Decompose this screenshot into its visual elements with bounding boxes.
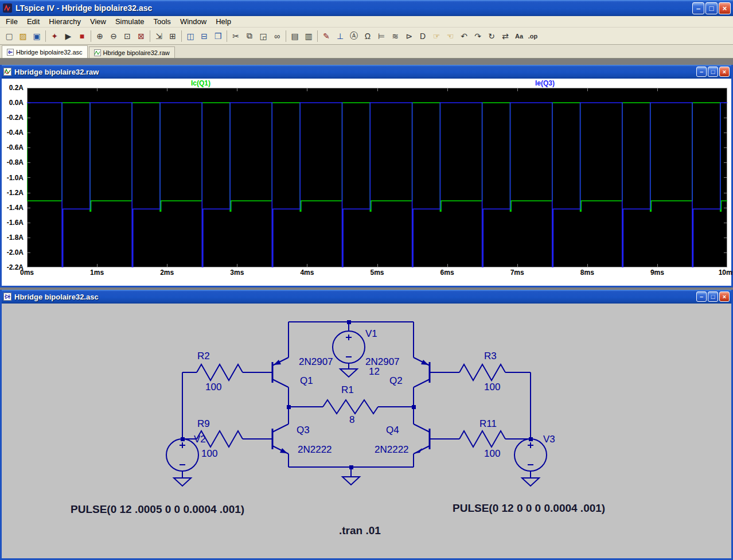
- app-titlebar[interactable]: LTspice IV - Hbridge bipolaire32.asc – □…: [0, 0, 733, 16]
- zoom-full-extents-button[interactable]: ⊠: [134, 29, 148, 42]
- close-button[interactable]: ×: [719, 2, 731, 14]
- label-net-button[interactable]: Ⓐ: [347, 29, 361, 42]
- tile-vertical-button[interactable]: ◫: [184, 29, 197, 42]
- place-ground-button[interactable]: ⊥: [333, 29, 347, 42]
- label-q3[interactable]: Q3: [297, 425, 310, 435]
- place-diode-button[interactable]: ⊳: [402, 29, 416, 42]
- schematic-close-button[interactable]: ×: [719, 291, 730, 302]
- waveform-minimize-button[interactable]: –: [696, 67, 707, 77]
- value-v1[interactable]: 12: [369, 366, 380, 377]
- ground-symbol-v1[interactable]: [340, 369, 357, 377]
- value-r9[interactable]: 100: [201, 448, 217, 459]
- place-resistor-button[interactable]: Ω: [361, 29, 375, 42]
- value-r11[interactable]: 100: [484, 448, 500, 459]
- run-button[interactable]: ▶: [61, 29, 75, 42]
- spice-directive-text[interactable]: .tran .01: [339, 524, 381, 536]
- label-r3[interactable]: R3: [484, 351, 497, 361]
- schematic-minimize-button[interactable]: –: [696, 291, 707, 302]
- zoom-in-button[interactable]: ⊕: [93, 29, 107, 42]
- copy-button[interactable]: ⧉: [243, 29, 256, 42]
- ground-symbol-v2[interactable]: [174, 478, 191, 486]
- place-capacitor-button[interactable]: ⊨: [375, 29, 388, 42]
- label-r1[interactable]: R1: [341, 384, 354, 395]
- label-q4[interactable]: Q4: [386, 425, 399, 435]
- redo-button[interactable]: ↷: [471, 29, 485, 42]
- drag-button[interactable]: ☜: [443, 29, 457, 42]
- zoom-area-button[interactable]: ⊡: [120, 29, 134, 42]
- label-r11[interactable]: R11: [479, 418, 497, 429]
- move-button[interactable]: ☞: [430, 29, 443, 42]
- label-r9[interactable]: R9: [197, 418, 210, 429]
- schematic-canvas[interactable]: V1 12 2N2907 Q1 2N2907 Q2 R1 8 R2 100 R3…: [2, 305, 731, 557]
- value-r3[interactable]: 100: [484, 382, 500, 392]
- label-q1[interactable]: Q1: [300, 375, 313, 386]
- menu-help[interactable]: Help: [211, 17, 236, 26]
- ground-symbol-center[interactable]: [342, 477, 360, 485]
- model-q3[interactable]: 2N2222: [298, 444, 332, 455]
- halt-button[interactable]: ■: [75, 29, 89, 42]
- label-v1[interactable]: V1: [365, 328, 377, 339]
- tile-horizontal-button[interactable]: ⊟: [197, 29, 211, 42]
- tab-hbridge-bipolaire32-asc[interactable]: Hbridge bipolaire32.asc: [2, 45, 88, 58]
- resistor-r11[interactable]: [459, 431, 505, 447]
- cascade-windows-button[interactable]: ❒: [211, 29, 225, 42]
- place-inductor-button[interactable]: ≋: [388, 29, 402, 42]
- grid-button[interactable]: ⊞: [166, 29, 180, 42]
- minimize-button[interactable]: –: [692, 2, 704, 14]
- waveform-close-button[interactable]: ×: [719, 67, 730, 77]
- paste-button[interactable]: ◲: [256, 29, 270, 42]
- menu-edit[interactable]: Edit: [22, 17, 44, 26]
- tab-hbridge-bipolaire32-raw[interactable]: Hbridge bipolaire32.raw: [89, 46, 175, 58]
- value-v2-pulse[interactable]: PULSE(0 12 .0005 0 0 0.0004 .001): [71, 503, 244, 515]
- menu-view[interactable]: View: [85, 17, 111, 26]
- label-q2[interactable]: Q2: [389, 375, 403, 386]
- save-button[interactable]: ▣: [30, 29, 44, 42]
- voltage-source-v3[interactable]: [514, 439, 547, 471]
- transistor-q4[interactable]: [414, 424, 430, 454]
- model-q4[interactable]: 2N2222: [375, 444, 409, 455]
- autorange-button[interactable]: ⇲: [152, 29, 166, 42]
- menu-simulate[interactable]: Simulate: [111, 17, 149, 26]
- transistor-q2[interactable]: [414, 357, 430, 387]
- label-v2[interactable]: V2: [194, 434, 206, 445]
- model-q1[interactable]: 2N2907: [299, 356, 333, 367]
- ground-symbol-v3[interactable]: [522, 478, 539, 486]
- menu-file[interactable]: File: [1, 17, 22, 26]
- transistor-q3[interactable]: [272, 424, 288, 454]
- trace-label-ic-q1[interactable]: Ic(Q1): [191, 79, 210, 87]
- text-button[interactable]: Aa: [512, 29, 526, 42]
- waveform-plot[interactable]: [27, 88, 727, 267]
- waveform-titlebar[interactable]: Hbridge bipolaire32.raw – □ ×: [2, 65, 731, 79]
- maximize-button[interactable]: □: [705, 2, 718, 14]
- zoom-out-button[interactable]: ⊖: [107, 29, 120, 42]
- find-button[interactable]: ∞: [270, 29, 284, 42]
- menu-tools[interactable]: Tools: [149, 17, 176, 26]
- print-setup-button[interactable]: ▤: [288, 29, 302, 42]
- trace-label-ie-q3[interactable]: Ie(Q3): [535, 79, 555, 87]
- voltage-source-v1[interactable]: [333, 331, 365, 363]
- resistor-r2[interactable]: [197, 364, 243, 380]
- control-panel-button[interactable]: ✦: [48, 29, 61, 42]
- undo-button[interactable]: ↶: [457, 29, 471, 42]
- schematic-maximize-button[interactable]: □: [708, 291, 718, 302]
- new-schematic-button[interactable]: ▢: [2, 29, 16, 42]
- schematic-wires[interactable]: [182, 322, 531, 478]
- resistor-r1[interactable]: [323, 400, 378, 414]
- value-r1[interactable]: 8: [349, 414, 354, 425]
- value-r2[interactable]: 100: [205, 382, 221, 392]
- menu-window[interactable]: Window: [176, 17, 211, 26]
- menu-hierarchy[interactable]: Hierarchy: [44, 17, 85, 26]
- open-file-button[interactable]: ▨: [16, 29, 30, 42]
- spice-directive-button[interactable]: .op: [526, 29, 540, 42]
- rotate-button[interactable]: ↻: [485, 29, 498, 42]
- label-v3[interactable]: V3: [543, 434, 555, 445]
- cut-button[interactable]: ✂: [229, 29, 243, 42]
- value-v3-pulse[interactable]: PULSE(0 12 0 0 0 0.0004 .001): [453, 502, 605, 514]
- model-q2[interactable]: 2N2907: [365, 356, 400, 367]
- transistor-q1[interactable]: [272, 357, 288, 387]
- waveform-maximize-button[interactable]: □: [708, 67, 718, 77]
- place-component-button[interactable]: D: [416, 29, 430, 42]
- schematic-titlebar[interactable]: Hbridge bipolaire32.asc – □ ×: [2, 290, 731, 304]
- draw-wire-button[interactable]: ✎: [319, 29, 333, 42]
- label-r2[interactable]: R2: [197, 351, 210, 361]
